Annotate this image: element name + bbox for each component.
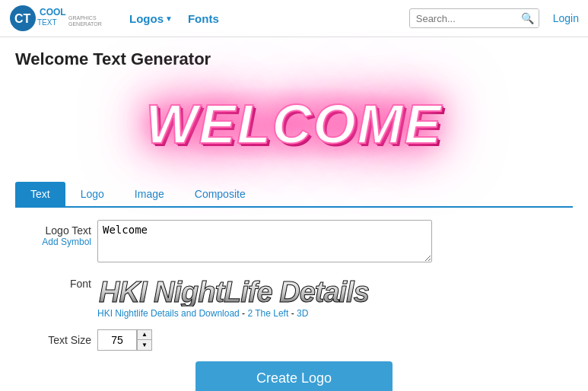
welcome-text-render: WELCOME [131,85,458,163]
header: CT COOL TEXT GRAPHICS GENERATOR Logos ▼ … [0,0,588,37]
font-link-3d[interactable]: 3D [297,308,308,319]
tab-image[interactable]: Image [119,182,180,206]
nav-links: Logos ▼ Fonts [123,11,402,27]
font-link-row: HKI Nightlife Details and Download - 2 T… [97,308,417,319]
logos-dropdown-arrow: ▼ [165,14,173,23]
add-symbol-link[interactable]: Add Symbol [42,237,91,247]
font-label-group: Font [23,273,91,290]
logo-text-input[interactable] [97,220,432,262]
font-row: Font HKI NightLife Details [23,273,565,319]
search-input[interactable] [410,10,516,27]
svg-text:GENERATOR: GENERATOR [68,21,102,27]
font-preview-svg: HKI NightLife Details [97,273,417,307]
site-logo[interactable]: CT COOL TEXT GRAPHICS GENERATOR [9,5,108,32]
welcome-graphic: WELCOME [131,85,458,163]
main-content: Welcome Text Generator WELCOME Text Logo… [0,37,588,391]
font-link-2theleft[interactable]: 2 The Left [247,308,288,319]
font-link-details[interactable]: HKI Nightlife Details and Download [97,308,240,319]
page-title: Welcome Text Generator [15,49,573,69]
size-input-row: ▲ ▼ [97,329,152,351]
font-display-area: HKI NightLife Details HKI Nightlife Deta… [97,273,417,319]
text-size-label: Text Size [48,334,91,346]
login-link[interactable]: Login [553,12,579,24]
create-button-row: Create Logo [23,361,565,391]
logo-text-label-group: Logo Text Add Symbol [23,220,91,247]
nav-logos[interactable]: Logos ▼ [123,11,179,27]
svg-text:GRAPHICS: GRAPHICS [68,15,97,21]
search-button[interactable]: 🔍 [516,9,539,27]
font-label: Font [70,278,91,290]
logo-text-label: Logo Text [46,224,91,237]
tabs-bar: Text Logo Image Composite [15,182,573,208]
text-size-label-group: Text Size [23,329,91,346]
cooltext-logo-svg: CT COOL TEXT GRAPHICS GENERATOR [9,5,108,32]
font-image-render[interactable]: HKI NightLife Details [97,273,417,307]
tab-logo[interactable]: Logo [65,182,119,206]
svg-text:COOL: COOL [40,7,66,17]
tab-text[interactable]: Text [15,182,65,206]
text-size-row: Text Size ▲ ▼ [23,329,565,351]
spinner-up[interactable]: ▲ [138,330,151,340]
text-size-spinner: ▲ ▼ [137,329,152,351]
search-area: 🔍 [409,8,539,28]
nav-fonts[interactable]: Fonts [182,11,225,27]
tab-composite[interactable]: Composite [180,182,261,206]
preview-area: WELCOME [15,78,573,170]
spinner-down[interactable]: ▼ [138,340,151,350]
logo-text-row: Logo Text Add Symbol [23,220,565,262]
create-logo-button[interactable]: Create Logo [195,361,393,391]
text-size-input[interactable] [97,329,137,351]
svg-text:TEXT: TEXT [37,18,57,27]
svg-text:HKI NightLife Details: HKI NightLife Details [99,276,369,307]
form-area: Logo Text Add Symbol Font [15,220,573,391]
svg-text:CT: CT [14,12,31,25]
